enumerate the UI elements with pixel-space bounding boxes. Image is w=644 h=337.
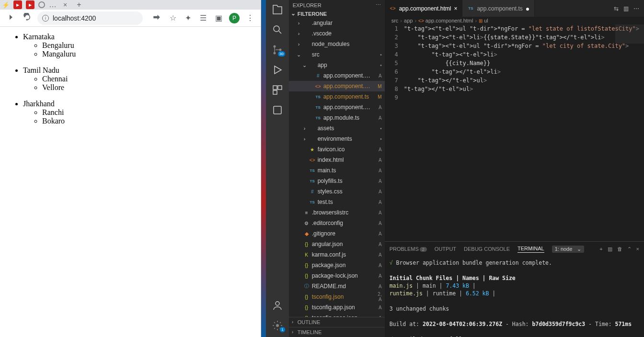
timeline-section[interactable]: TIMELINE <box>289 327 385 337</box>
file-tree-item[interactable]: TStest.tsA <box>289 197 385 207</box>
file-tree-item[interactable]: ›node_modules <box>289 39 385 49</box>
file-tree-item[interactable]: Kkarma.conf.jsA <box>289 249 385 260</box>
city-item: Ranchi <box>42 108 257 117</box>
more-icon[interactable]: ⋯ <box>633 5 639 12</box>
file-tree-item[interactable]: #styles.cssA <box>289 186 385 197</box>
file-tree-item[interactable]: ⌄app• <box>289 60 385 70</box>
tab-problems[interactable]: PROBLEMS2 <box>390 246 427 252</box>
breadcrumb[interactable]: src›app›<> app.component.html›⊞ ul <box>385 17 644 24</box>
terminal-selector[interactable]: 1: node ⌄ <box>552 246 584 253</box>
file-tree-item[interactable]: ◆.gitignoreA <box>289 228 385 239</box>
tab-output[interactable]: OUTPUT <box>435 246 456 252</box>
file-tree-item[interactable]: {}package-lock.jsonA <box>289 270 385 281</box>
svg-point-3 <box>279 49 281 51</box>
url-input[interactable]: i localhost:4200 <box>37 11 143 25</box>
file-tree-item[interactable]: ⌄src• <box>289 49 385 60</box>
desktop-wallpaper-sliver <box>261 0 266 337</box>
project-name[interactable]: FILTERONE <box>289 10 385 18</box>
explorer-more-icon[interactable]: ⋯ <box>376 2 381 8</box>
terminal-panel: PROBLEMS2 OUTPUT DEBUG CONSOLE TERMINAL … <box>385 241 644 337</box>
split-icon[interactable]: ▥ <box>623 5 629 12</box>
file-tree-item[interactable]: ›.angular <box>289 18 385 28</box>
explorer-title: EXPLORER <box>293 2 322 8</box>
file-tree-item[interactable]: ≡.browserslistrcA <box>289 207 385 218</box>
editor-tab[interactable]: <>app.component.html× <box>385 0 463 17</box>
address-bar: i localhost:4200 ☆ ✦ ☰ ▣ P ⋮ <box>0 10 261 27</box>
file-tree-item[interactable]: <>app.component.htmlM <box>289 81 385 91</box>
file-tree-item[interactable]: TSapp.module.tsA <box>289 112 385 123</box>
file-tree-item[interactable]: ⚙.editorconfigA <box>289 218 385 228</box>
file-tree-item[interactable]: {}tsconfig.app.jsonA <box>289 302 385 313</box>
url-text: localhost:4200 <box>53 14 96 22</box>
explorer-icon[interactable] <box>272 4 283 15</box>
svg-rect-7 <box>274 106 281 114</box>
svg-point-9 <box>276 324 279 327</box>
file-tree-item[interactable]: {}package.jsonA <box>289 260 385 270</box>
browser-window: ⚡ ▶ ▶ … × + i localhost:4200 ☆ ✦ ☰ ▣ P ⋮… <box>0 0 261 337</box>
city-item: Mangaluru <box>42 50 257 58</box>
new-terminal-icon[interactable]: + <box>599 246 602 252</box>
compare-icon[interactable]: ⇆ <box>614 5 619 12</box>
testing-icon[interactable] <box>272 104 283 116</box>
file-tree-item[interactable]: ›environments• <box>289 134 385 144</box>
extensions-icon[interactable]: ✦ <box>183 11 193 24</box>
svg-rect-5 <box>278 86 282 90</box>
file-tree-item[interactable]: ★favicon.icoA <box>289 144 385 155</box>
editor-area: <>app.component.html×TSapp.component.ts●… <box>385 0 644 337</box>
file-tree-item[interactable]: TSapp.component.tsM <box>289 91 385 102</box>
source-control-icon[interactable]: 30 <box>272 44 283 56</box>
forward-button[interactable] <box>5 11 17 25</box>
file-tree-item[interactable]: #app.component.cssA <box>289 70 385 81</box>
file-tree-item[interactable]: {}tsconfig.json2, A <box>289 292 385 302</box>
new-tab-button[interactable]: + <box>77 0 81 9</box>
tab-icon: ▶ <box>26 0 34 9</box>
trash-icon[interactable]: 🗑 <box>617 246 622 252</box>
panel-icon[interactable]: ▣ <box>213 11 224 24</box>
svg-rect-6 <box>273 90 277 94</box>
tab-close-icon[interactable]: × <box>60 1 70 9</box>
editor-tabs: <>app.component.html×TSapp.component.ts●… <box>385 0 644 17</box>
file-tree-item[interactable]: TSmain.tsA <box>289 165 385 176</box>
reload-button[interactable] <box>21 11 34 25</box>
menu-icon[interactable]: ⋮ <box>244 11 256 24</box>
search-icon[interactable] <box>272 24 283 35</box>
file-tree-item[interactable]: ›.vscode <box>289 28 385 39</box>
file-tree-item[interactable]: ⓘREADME.mdA <box>289 281 385 292</box>
file-tree-item[interactable]: {}angular.jsonA <box>289 239 385 249</box>
terminal-output[interactable]: √ Browser application bundle generation … <box>385 256 644 337</box>
run-debug-icon[interactable] <box>272 64 283 76</box>
outline-section[interactable]: OUTLINE <box>289 317 385 327</box>
state-item: KarnatakaBengaluruMangaluru <box>23 33 257 58</box>
tab-debug-console[interactable]: DEBUG CONSOLE <box>464 246 510 252</box>
editor-tab[interactable]: TSapp.component.ts● <box>462 0 535 17</box>
state-item: Tamil NaduChennaiVellore <box>23 66 257 92</box>
close-panel-icon[interactable]: × <box>636 246 639 252</box>
file-tree-item[interactable]: ›assets• <box>289 123 385 134</box>
minimap[interactable] <box>615 24 644 44</box>
city-item: Bengaluru <box>42 41 257 50</box>
file-tree-item[interactable]: TSapp.component.spec.tsA <box>289 102 385 112</box>
reading-list-icon[interactable]: ☰ <box>198 11 208 24</box>
state-item: JharkhandRanchiBokaro <box>23 100 257 125</box>
city-item: Bokaro <box>42 117 257 125</box>
profile-avatar[interactable]: P <box>229 13 240 23</box>
chevron-up-icon[interactable]: ⌃ <box>627 246 632 252</box>
file-tree-item[interactable]: TSpolyfills.tsA <box>289 176 385 186</box>
svg-point-8 <box>276 302 279 305</box>
bookmark-icon[interactable]: ☆ <box>168 11 178 24</box>
explorer-sidebar: EXPLORER⋯ FILTERONE ›.angular›.vscode›no… <box>289 0 385 337</box>
code-editor[interactable]: 123456789 "t-tag"><"t-el">ul "t-dir">*ng… <box>385 24 644 241</box>
city-item: Vellore <box>42 83 257 92</box>
city-item: Chennai <box>42 75 257 83</box>
share-icon[interactable] <box>150 11 163 25</box>
account-icon[interactable] <box>272 300 283 311</box>
file-tree-item[interactable]: {}tsconfig.spec.jsonA <box>289 313 385 317</box>
svg-point-1 <box>273 45 276 48</box>
settings-icon[interactable]: 1 <box>272 320 283 331</box>
site-info-icon[interactable]: i <box>42 15 49 22</box>
file-tree-item[interactable]: <>index.htmlA <box>289 155 385 165</box>
tab-terminal[interactable]: TERMINAL <box>518 246 544 253</box>
extensions-icon[interactable] <box>272 84 283 96</box>
svg-rect-4 <box>273 86 277 90</box>
split-terminal-icon[interactable]: ▥ <box>608 246 612 252</box>
